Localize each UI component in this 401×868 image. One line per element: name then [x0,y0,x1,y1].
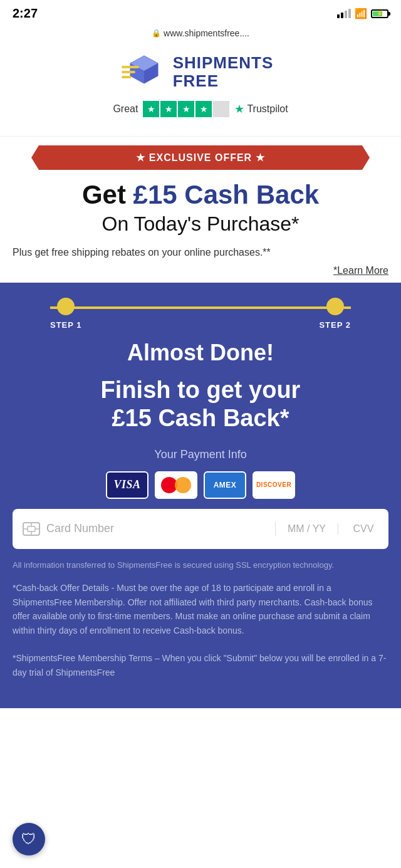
logo-box [128,53,165,91]
step-1: STEP 1 [50,298,82,330]
ssl-text: All information transferred to Shipments… [0,559,401,582]
mc-right-circle [175,477,191,493]
card-logos: VISA AMEX DISCOVER [0,471,401,499]
step-1-label: STEP 1 [50,320,82,330]
svg-rect-5 [28,526,35,531]
banner-wrapper: ★ EXCLUSIVE OFFER ★ [0,137,401,170]
logo-row: SHIPMENTS FREE [13,53,388,91]
subheadline: On Today's Purchase* [13,212,388,236]
cashback-fine-print: *Cash-back Offer Details - Must be over … [13,581,388,637]
learn-more-link[interactable]: *Learn More [13,265,388,276]
step-2-label: STEP 2 [319,320,351,330]
card-number-field[interactable]: Card Number [13,522,276,536]
trustpilot-brand: ★ Trustpilot [234,102,288,116]
shipping-text: Plus get free shipping rebates on your o… [13,246,388,259]
top-section: SHIPMENTS FREE Great ★ ★ ★ ★ ★ ★ Trustpi… [0,43,401,137]
exclusive-banner: ★ EXCLUSIVE OFFER ★ [31,145,370,170]
progress-steps: STEP 1 STEP 2 [50,298,351,330]
membership-terms: *ShipmentsFree Membership Terms – When y… [13,651,388,679]
url-bar[interactable]: 🔒 www.shipmentsfree.... [0,24,401,43]
star-5: ★ [213,101,229,117]
card-expiry-field[interactable]: MM / YY [276,523,338,535]
wifi-icon: 📶 [355,8,367,19]
visa-logo: VISA [106,471,148,499]
trustpilot-row: Great ★ ★ ★ ★ ★ ★ Trustpilot [13,101,388,117]
finish-text: Finish to get your £15 Cash Back* [0,376,401,433]
payment-info-label: Your Payment Info [0,448,401,461]
step-2: STEP 2 [319,298,351,330]
logo-lines [122,66,139,78]
lock-icon: 🔒 [152,29,161,38]
battery-icon: ⚡ [371,9,388,18]
card-number-placeholder[interactable]: Card Number [46,522,265,535]
signal-icon [337,9,351,18]
headline: Get £15 Cash Back [13,180,388,210]
logo-text: SHIPMENTS FREE [173,54,274,90]
status-bar: 2:27 📶 ⚡ [0,0,401,24]
almost-done-heading: Almost Done! [0,340,401,366]
star-4: ★ [195,101,212,117]
amex-logo: AMEX [204,471,246,499]
star-3: ★ [178,101,194,117]
fine-print: *Cash-back Offer Details - Must be over … [0,581,401,689]
status-time: 2:27 [13,6,38,21]
tp-star-icon: ★ [234,102,244,116]
logo-line-1 [122,66,139,68]
progress-container: STEP 1 STEP 2 [0,283,401,340]
star-2: ★ [160,101,177,117]
headline-accent: £15 Cash Back [133,180,320,209]
trustpilot-rating-label: Great [113,103,138,115]
step-2-circle [326,298,344,315]
card-chip-icon [23,522,40,536]
trustpilot-brand-label: Trustpilot [247,103,288,115]
headline-section: Get £15 Cash Back On Today's Purchase* P… [0,170,401,283]
card-cvv-field[interactable]: CVV [338,523,388,535]
step-1-circle [57,298,75,315]
finish-line-2: £15 Cash Back* [112,405,289,431]
logo-line-2 [122,71,135,73]
finish-line-1: Finish to get your [101,377,301,403]
logo-line-3 [122,76,132,78]
trustpilot-stars: ★ ★ ★ ★ ★ [143,101,229,117]
blue-section: STEP 1 STEP 2 Almost Done! Finish to get… [0,283,401,708]
discover-logo: DISCOVER [253,471,295,499]
status-icons: 📶 ⚡ [337,8,388,19]
headline-prefix: Get [82,180,133,209]
url-text: www.shipmentsfree.... [164,28,249,38]
card-input-row: Card Number MM / YY CVV [13,509,388,549]
logo-brand-2: FREE [173,72,274,90]
logo-brand-1: SHIPMENTS [173,54,274,72]
star-1: ★ [143,101,159,117]
mastercard-logo [155,471,197,499]
